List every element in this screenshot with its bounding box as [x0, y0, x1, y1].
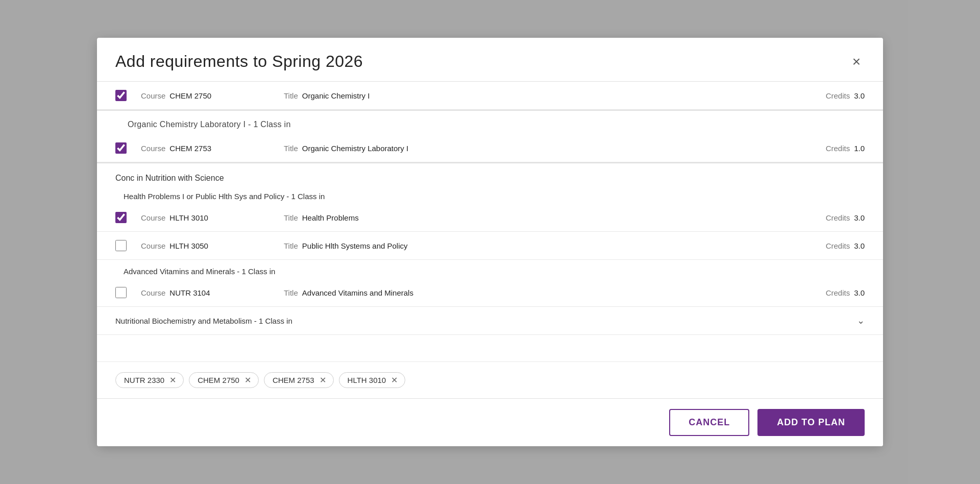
- title-value-hlth3010: Health Problems: [302, 213, 359, 222]
- course-label-nutr3104: Course: [141, 288, 165, 297]
- title-label-hlth3010: Title: [284, 213, 298, 222]
- modal-dialog: Add requirements to Spring 2026 × Course…: [97, 38, 883, 446]
- tag-label-chem2750: CHEM 2750: [198, 376, 239, 384]
- title-field-hlth3010: Title Health Problems: [284, 213, 803, 222]
- modal-title: Add requirements to Spring 2026: [115, 52, 363, 71]
- credits-value-chem2753: 1.0: [854, 144, 865, 153]
- title-field-hlth3050: Title Public Hlth Systems and Policy: [284, 241, 803, 250]
- close-button[interactable]: ×: [848, 53, 865, 71]
- checkbox-wrap-nutr3104[interactable]: [115, 287, 127, 298]
- tag-hlth3010: HLTH 3010 ✕: [339, 372, 406, 388]
- course-row-nutr3104: Course NUTR 3104 Title Advanced Vitamins…: [97, 279, 883, 307]
- credits-value-hlth3050: 3.0: [854, 241, 865, 250]
- tag-close-nutr2330[interactable]: ✕: [169, 376, 176, 384]
- course-value-nutr3104: NUTR 3104: [169, 288, 210, 297]
- add-to-plan-button[interactable]: ADD TO PLAN: [757, 409, 865, 436]
- checkbox-chem2750[interactable]: [115, 90, 127, 101]
- credits-field-chem2753: Credits 1.0: [803, 144, 865, 153]
- credits-value-hlth3010: 3.0: [854, 213, 865, 222]
- course-field-nutr3104: Course NUTR 3104: [141, 288, 284, 297]
- credits-label-hlth3010: Credits: [826, 213, 850, 222]
- credits-field-chem2750: Credits 3.0: [803, 91, 865, 100]
- chevron-down-icon: ⌄: [857, 315, 865, 326]
- tag-nutr2330: NUTR 2330 ✕: [115, 372, 184, 388]
- course-label-chem2750: Course: [141, 91, 165, 100]
- checkbox-wrap-chem2753[interactable]: [115, 142, 127, 154]
- title-label-chem2753: Title: [284, 144, 298, 153]
- tag-close-chem2750[interactable]: ✕: [244, 376, 251, 384]
- checkbox-hlth3050[interactable]: [115, 240, 127, 251]
- course-row-chem2753: Course CHEM 2753 Title Organic Chemistry…: [97, 134, 883, 162]
- tags-bar: NUTR 2330 ✕ CHEM 2750 ✕ CHEM 2753 ✕ HLTH…: [97, 361, 883, 398]
- checkbox-chem2753[interactable]: [115, 142, 127, 154]
- course-row-hlth3050: Course HLTH 3050 Title Public Hlth Syste…: [97, 232, 883, 260]
- tag-chem2750: CHEM 2750 ✕: [189, 372, 259, 388]
- course-value-chem2753: CHEM 2753: [169, 144, 211, 153]
- title-value-hlth3050: Public Hlth Systems and Policy: [302, 241, 408, 250]
- title-label-hlth3050: Title: [284, 241, 298, 250]
- title-value-nutr3104: Advanced Vitamins and Minerals: [302, 288, 413, 297]
- nutritional-biochem-row: Nutritional Biochemistry and Metabolism …: [97, 307, 883, 335]
- tag-label-nutr2330: NUTR 2330: [124, 376, 164, 384]
- title-label-chem2750: Title: [284, 91, 298, 100]
- course-label-hlth3010: Course: [141, 213, 165, 222]
- health-problems-group-header: Health Problems I or Public Hlth Sys and…: [97, 185, 883, 204]
- title-field-nutr3104: Title Advanced Vitamins and Minerals: [284, 288, 803, 297]
- credits-field-hlth3050: Credits 3.0: [803, 241, 865, 250]
- credits-field-hlth3010: Credits 3.0: [803, 213, 865, 222]
- modal-header: Add requirements to Spring 2026 ×: [97, 38, 883, 82]
- checkbox-wrap-chem2750[interactable]: [115, 90, 127, 101]
- credits-label-nutr3104: Credits: [826, 288, 850, 297]
- tag-label-chem2753: CHEM 2753: [273, 376, 314, 384]
- course-label-hlth3050: Course: [141, 241, 165, 250]
- checkbox-nutr3104[interactable]: [115, 287, 127, 298]
- course-field-chem2750: Course CHEM 2750: [141, 91, 284, 100]
- title-field-chem2750: Title Organic Chemistry I: [284, 91, 803, 100]
- title-value-chem2753: Organic Chemistry Laboratory I: [302, 144, 408, 153]
- credits-field-nutr3104: Credits 3.0: [803, 288, 865, 297]
- credits-label-chem2753: Credits: [826, 144, 850, 153]
- checkbox-hlth3010[interactable]: [115, 212, 127, 223]
- credits-value-chem2750: 3.0: [854, 91, 865, 100]
- tag-close-chem2753[interactable]: ✕: [320, 376, 326, 384]
- course-value-hlth3050: HLTH 3050: [169, 241, 208, 250]
- course-field-chem2753: Course CHEM 2753: [141, 144, 284, 153]
- course-value-hlth3010: HLTH 3010: [169, 213, 208, 222]
- course-row-chem2750: Course CHEM 2750 Title Organic Chemistry…: [97, 82, 883, 110]
- course-row-hlth3010: Course HLTH 3010 Title Health Problems C…: [97, 204, 883, 232]
- advanced-vitamins-group-header: Advanced Vitamins and Minerals - 1 Class…: [97, 260, 883, 279]
- title-label-nutr3104: Title: [284, 288, 298, 297]
- section-header-orgchem-lab: Organic Chemistry Laboratory I - 1 Class…: [97, 110, 883, 134]
- credits-label-hlth3050: Credits: [826, 241, 850, 250]
- credits-value-nutr3104: 3.0: [854, 288, 865, 297]
- checkbox-wrap-hlth3010[interactable]: [115, 212, 127, 223]
- course-value-chem2750: CHEM 2750: [169, 91, 211, 100]
- modal-footer: CANCEL ADD TO PLAN: [97, 398, 883, 446]
- tag-close-hlth3010[interactable]: ✕: [391, 376, 398, 384]
- modal-body: Course CHEM 2750 Title Organic Chemistry…: [97, 82, 883, 361]
- course-field-hlth3050: Course HLTH 3050: [141, 241, 284, 250]
- tag-label-hlth3010: HLTH 3010: [348, 376, 386, 384]
- checkbox-wrap-hlth3050[interactable]: [115, 240, 127, 251]
- nutritional-biochem-header: Nutritional Biochemistry and Metabolism …: [115, 317, 292, 325]
- course-label-chem2753: Course: [141, 144, 165, 153]
- title-value-chem2750: Organic Chemistry I: [302, 91, 370, 100]
- conc-nutrition-header: Conc in Nutrition with Science: [97, 162, 883, 185]
- title-field-chem2753: Title Organic Chemistry Laboratory I: [284, 144, 803, 153]
- credits-label-chem2750: Credits: [826, 91, 850, 100]
- modal-overlay: Add requirements to Spring 2026 × Course…: [0, 0, 980, 484]
- tag-chem2753: CHEM 2753 ✕: [264, 372, 334, 388]
- course-field-hlth3010: Course HLTH 3010: [141, 213, 284, 222]
- cancel-button[interactable]: CANCEL: [669, 409, 749, 436]
